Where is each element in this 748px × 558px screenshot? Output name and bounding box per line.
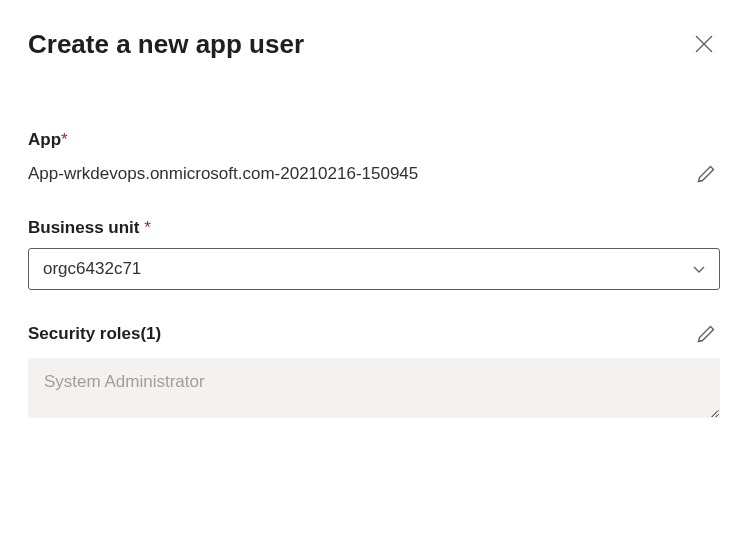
business-unit-label-text: Business unit: [28, 218, 144, 237]
dialog-header: Create a new app user: [28, 28, 720, 60]
security-roles-box[interactable]: System Administrator: [28, 358, 720, 418]
security-roles-header: Security roles(1): [28, 320, 720, 348]
app-value: App-wrkdevops.onmicrosoft.com-20210216-1…: [28, 164, 418, 184]
app-value-row: App-wrkdevops.onmicrosoft.com-20210216-1…: [28, 160, 720, 188]
security-roles-box-wrapper: System Administrator: [28, 358, 720, 418]
edit-security-roles-button[interactable]: [692, 320, 720, 348]
app-label: App*: [28, 130, 720, 150]
required-indicator: *: [61, 130, 68, 149]
dialog-title: Create a new app user: [28, 29, 304, 60]
close-icon: [695, 35, 713, 53]
pencil-icon: [696, 324, 716, 344]
close-button[interactable]: [688, 28, 720, 60]
edit-app-button[interactable]: [692, 160, 720, 188]
security-role-item: System Administrator: [44, 372, 205, 391]
business-unit-select-wrapper: [28, 248, 720, 290]
business-unit-field-group: Business unit *: [28, 218, 720, 290]
business-unit-label: Business unit *: [28, 218, 720, 238]
app-label-text: App: [28, 130, 61, 149]
pencil-icon: [696, 164, 716, 184]
business-unit-select[interactable]: [28, 248, 720, 290]
required-indicator: *: [144, 218, 151, 237]
security-roles-field-group: Security roles(1) System Administrator: [28, 320, 720, 418]
security-roles-label: Security roles(1): [28, 324, 161, 344]
app-field-group: App* App-wrkdevops.onmicrosoft.com-20210…: [28, 130, 720, 188]
